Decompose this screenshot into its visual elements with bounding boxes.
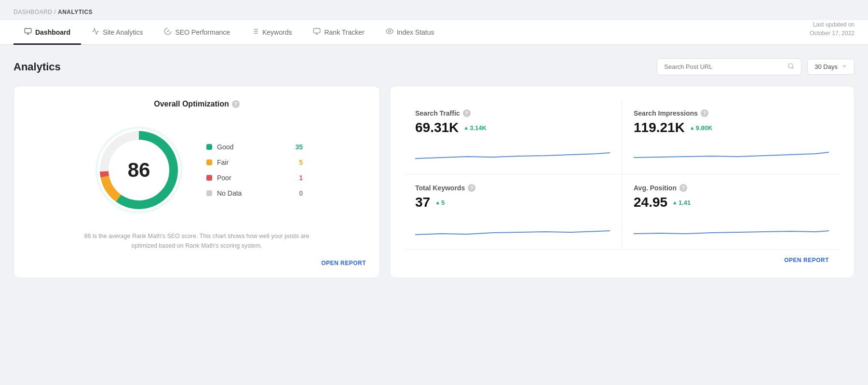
legend-poor-value: 1	[299, 174, 303, 182]
total-keywords-help-icon[interactable]: ?	[468, 184, 475, 192]
total-keywords-value: 37 ▲ 5	[415, 195, 610, 210]
page-title: Analytics	[14, 61, 61, 73]
search-impressions-value: 119.21K ▲ 9.80K	[634, 120, 829, 135]
last-updated-date: October 17, 2022	[810, 29, 854, 38]
tab-rank-tracker[interactable]: Rank Tracker	[302, 21, 375, 45]
search-icon	[787, 63, 794, 71]
svg-point-3	[168, 31, 168, 31]
total-keywords-delta: ▲ 5	[435, 199, 445, 206]
open-report-right-link[interactable]: OPEN REPORT	[784, 257, 829, 264]
open-report-left-link[interactable]: OPEN REPORT	[321, 260, 366, 266]
svg-rect-0	[25, 28, 31, 33]
tab-keywords-label: Keywords	[262, 28, 292, 36]
svg-rect-10	[314, 28, 320, 33]
optimization-title: Overall Optimization ?	[27, 100, 366, 108]
tab-dashboard[interactable]: Dashboard	[14, 21, 81, 45]
optimization-description: 86 is the average Rank Math's SEO score.…	[76, 231, 317, 251]
analytics-header: Analytics 30 Days	[14, 58, 854, 75]
metric-search-impressions: Search Impressions ? 119.21K ▲ 9.80K	[622, 100, 841, 174]
legend-nodata-dot	[206, 190, 212, 196]
main-content: Analytics 30 Days Overall Optimization ?	[0, 45, 868, 292]
legend-good-label: Good	[217, 143, 276, 151]
legend-poor-label: Poor	[217, 174, 280, 182]
legend-fair-dot	[206, 159, 212, 165]
search-traffic-value: 69.31K ▲ 3.14K	[415, 120, 610, 135]
last-updated: Last updated on October 17, 2022	[810, 20, 854, 44]
legend-fair-value: 5	[299, 159, 303, 166]
search-traffic-sparkline	[415, 140, 610, 164]
legend-nodata-value: 0	[299, 189, 303, 197]
header-controls: 30 Days	[657, 58, 854, 75]
search-url-container[interactable]	[657, 58, 801, 75]
search-traffic-delta: ▲ 3.14K	[463, 124, 487, 132]
avg-position-help-icon[interactable]: ?	[679, 184, 687, 192]
legend-good-value: 35	[295, 143, 303, 151]
search-impressions-label: Search Impressions ?	[634, 109, 829, 117]
metric-avg-position: Avg. Position ? 24.95 ▲ 1.41	[622, 174, 841, 249]
donut-chart: 86	[91, 122, 187, 218]
search-traffic-label: Search Traffic ?	[415, 109, 610, 117]
search-impressions-help-icon[interactable]: ?	[701, 109, 708, 117]
cards-row: Overall Optimization ?	[14, 86, 854, 278]
tab-site-analytics[interactable]: Site Analytics	[81, 21, 153, 45]
open-report-left: OPEN REPORT	[27, 258, 366, 267]
metrics-card: Search Traffic ? 69.31K ▲ 3.14K	[390, 86, 854, 278]
open-report-right: OPEN REPORT	[404, 249, 841, 267]
metric-total-keywords: Total Keywords ? 37 ▲ 5	[404, 174, 622, 249]
search-impressions-sparkline	[634, 140, 829, 164]
legend-fair-label: Fair	[217, 159, 280, 166]
legend-good: Good 35	[206, 143, 303, 151]
avg-position-label: Avg. Position ?	[634, 184, 829, 192]
optimization-body: 86 Good 35 Fair 5	[27, 120, 366, 220]
search-impressions-delta: ▲ 9.80K	[690, 124, 713, 132]
tab-bar: Dashboard Site Analytics SEO Performance…	[0, 20, 868, 45]
search-url-input[interactable]	[664, 63, 784, 70]
avg-position-value: 24.95 ▲ 1.41	[634, 195, 829, 210]
chart-line-icon	[92, 27, 99, 37]
days-dropdown-label: 30 Days	[814, 63, 838, 70]
breadcrumb-current: ANALYTICS	[58, 9, 93, 15]
svg-point-13	[389, 30, 391, 32]
tab-keywords[interactable]: Keywords	[241, 21, 302, 45]
optimization-card: Overall Optimization ?	[14, 86, 380, 278]
legend-poor: Poor 1	[206, 174, 303, 182]
svg-point-14	[788, 64, 793, 68]
optimization-score: 86	[128, 159, 150, 182]
tab-rank-tracker-label: Rank Tracker	[324, 28, 364, 36]
legend-nodata-label: No Data	[217, 189, 280, 197]
tab-seo-performance-label: SEO Performance	[175, 28, 230, 36]
tab-index-status[interactable]: Index Status	[375, 21, 445, 45]
tab-site-analytics-label: Site Analytics	[103, 28, 143, 36]
monitor-icon	[24, 27, 32, 37]
legend-poor-dot	[206, 175, 212, 181]
breadcrumb-separator: /	[53, 9, 58, 15]
list-icon	[251, 27, 259, 37]
gauge-icon	[164, 27, 172, 37]
eye-icon	[386, 27, 393, 37]
optimization-help-icon[interactable]: ?	[232, 100, 240, 108]
metric-search-traffic: Search Traffic ? 69.31K ▲ 3.14K	[404, 100, 622, 174]
tab-index-status-label: Index Status	[397, 28, 434, 36]
breadcrumb: DASHBOARD / ANALYTICS	[0, 0, 868, 20]
tab-dashboard-label: Dashboard	[35, 28, 70, 36]
monitor2-icon	[313, 27, 321, 37]
tab-seo-performance[interactable]: SEO Performance	[153, 21, 241, 45]
total-keywords-sparkline	[415, 215, 610, 239]
total-keywords-label: Total Keywords ?	[415, 184, 610, 192]
svg-line-15	[792, 67, 794, 69]
days-dropdown[interactable]: 30 Days	[807, 59, 854, 75]
breadcrumb-base: DASHBOARD	[14, 9, 53, 15]
legend-good-dot	[206, 144, 212, 150]
avg-position-delta: ▲ 1.41	[672, 199, 691, 206]
chevron-down-icon	[841, 63, 847, 70]
search-traffic-help-icon[interactable]: ?	[463, 109, 471, 117]
legend-nodata: No Data 0	[206, 189, 303, 197]
optimization-legend: Good 35 Fair 5 Poor 1 N	[206, 143, 303, 197]
last-updated-label: Last updated on	[810, 20, 854, 29]
avg-position-sparkline	[634, 215, 829, 239]
legend-fair: Fair 5	[206, 159, 303, 166]
